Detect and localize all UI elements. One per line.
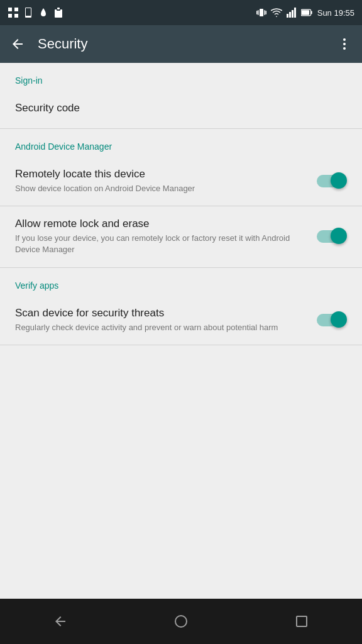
svg-rect-1 — [14, 8, 18, 11]
remote-lock-item[interactable]: Allow remote lock and erase If you lose … — [0, 206, 362, 267]
status-bar: Sun 19:55 — [0, 0, 362, 25]
svg-rect-21 — [302, 10, 309, 14]
remotely-locate-subtitle: Show device location on Android Device M… — [15, 183, 307, 194]
security-code-item[interactable]: Security code — [0, 91, 362, 128]
svg-rect-6 — [27, 16, 30, 18]
navigation-bar — [0, 599, 362, 644]
sign-in-section-header: Sign-in — [0, 63, 362, 91]
toolbar: Security — [0, 25, 362, 63]
remotely-locate-toggle-thumb — [331, 172, 347, 189]
security-code-text: Security code — [15, 102, 347, 117]
svg-point-22 — [343, 38, 346, 41]
svg-rect-10 — [260, 9, 263, 16]
svg-rect-11 — [258, 10, 259, 15]
status-bar-left-icons — [8, 7, 64, 18]
scan-device-toggle[interactable] — [317, 311, 347, 329]
remote-lock-subtitle: If you lose your device, you can remotel… — [15, 233, 307, 255]
svg-rect-0 — [8, 8, 12, 11]
status-bar-right-icons: Sun 19:55 — [256, 7, 354, 18]
svg-rect-16 — [289, 12, 291, 18]
remotely-locate-text: Remotely locate this device Show device … — [15, 168, 317, 194]
scan-device-text: Scan device for security threats Regular… — [15, 307, 317, 333]
back-nav-button[interactable] — [41, 602, 79, 640]
scan-device-toggle-thumb — [331, 311, 347, 328]
divider-4 — [0, 345, 362, 345]
remote-lock-title: Allow remote lock and erase — [15, 218, 307, 230]
svg-rect-14 — [265, 11, 266, 14]
svg-rect-12 — [264, 10, 265, 15]
svg-rect-9 — [57, 8, 60, 9]
clipboard-icon — [53, 7, 64, 18]
more-options-button[interactable] — [337, 36, 352, 52]
home-nav-button[interactable] — [162, 602, 200, 640]
svg-point-23 — [343, 43, 346, 45]
svg-rect-13 — [256, 11, 258, 14]
verify-apps-header: Verify apps — [0, 268, 362, 296]
svg-rect-3 — [14, 14, 18, 18]
battery-icon — [301, 7, 312, 18]
remote-lock-text: Allow remote lock and erase If you lose … — [15, 218, 317, 255]
svg-rect-20 — [311, 11, 312, 14]
remotely-locate-title: Remotely locate this device — [15, 168, 307, 180]
svg-rect-18 — [294, 8, 296, 18]
svg-point-25 — [175, 616, 187, 627]
svg-rect-17 — [292, 10, 293, 18]
vibrate-icon — [256, 7, 267, 18]
signal-icon — [286, 7, 297, 18]
remote-lock-toggle[interactable] — [317, 228, 347, 245]
svg-rect-15 — [287, 14, 288, 18]
scan-device-item[interactable]: Scan device for security threats Regular… — [0, 296, 362, 345]
page-title: Security — [38, 36, 337, 52]
svg-rect-2 — [8, 14, 12, 18]
remotely-locate-toggle[interactable] — [317, 172, 347, 190]
app-grid-icon — [8, 7, 19, 18]
water-icon — [38, 7, 49, 18]
time-display: Sun 19:55 — [317, 8, 354, 18]
security-code-title: Security code — [15, 102, 337, 114]
wifi-icon — [271, 7, 282, 18]
recents-nav-button[interactable] — [283, 602, 321, 640]
remote-lock-toggle-thumb — [331, 228, 347, 244]
phone-icon — [23, 7, 34, 18]
settings-content: Sign-in Security code Android Device Man… — [0, 63, 362, 599]
svg-point-24 — [343, 47, 346, 50]
scan-device-title: Scan device for security threats — [15, 307, 307, 319]
remotely-locate-item[interactable]: Remotely locate this device Show device … — [0, 157, 362, 206]
svg-rect-26 — [297, 616, 307, 626]
back-button[interactable] — [10, 36, 25, 52]
svg-rect-5 — [26, 8, 31, 16]
scan-device-subtitle: Regularly check device activity and prev… — [15, 322, 307, 333]
android-device-manager-header: Android Device Manager — [0, 129, 362, 157]
